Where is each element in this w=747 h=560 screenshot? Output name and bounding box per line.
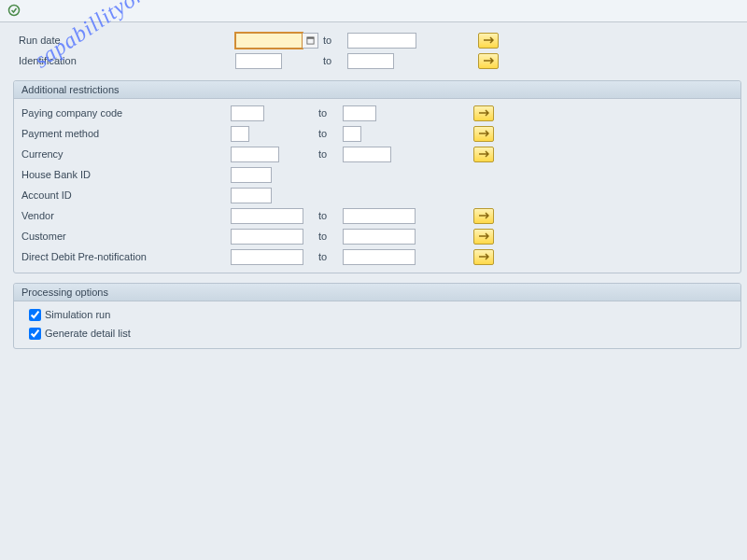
customer-to-input[interactable]: [343, 229, 416, 245]
to-label: to: [315, 128, 343, 139]
identification-label: Identification: [19, 55, 235, 66]
direct-debit-from-input[interactable]: [231, 249, 303, 265]
paying-company-to-input[interactable]: [343, 105, 376, 121]
to-label: to: [319, 35, 347, 46]
currency-label: Currency: [21, 148, 231, 160]
generate-detail-list-label: Generate detail list: [45, 328, 131, 339]
direct-debit-label: Direct Debit Pre-notification: [21, 251, 231, 262]
run-date-label: Run date: [19, 35, 235, 46]
payment-method-to-input[interactable]: [343, 126, 361, 142]
additional-restrictions-group: Additional restrictions Paying company c…: [13, 80, 741, 273]
svg-point-0: [9, 6, 20, 16]
payment-method-label: Payment method: [21, 128, 231, 139]
multiple-selection-button[interactable]: [473, 126, 494, 142]
multiple-selection-button[interactable]: [473, 147, 494, 162]
simulation-run-label: Simulation run: [45, 309, 110, 320]
multiple-selection-button[interactable]: [473, 105, 494, 121]
customer-from-input[interactable]: [231, 229, 303, 245]
currency-to-input[interactable]: [343, 147, 391, 162]
multiple-selection-button[interactable]: [478, 33, 499, 49]
account-id-input[interactable]: [231, 188, 272, 203]
currency-from-input[interactable]: [231, 147, 279, 162]
to-label: to: [315, 107, 343, 119]
customer-label: Customer: [21, 231, 231, 242]
to-label: to: [315, 210, 343, 221]
multiple-selection-button[interactable]: [473, 249, 494, 265]
run-date-to-input[interactable]: [347, 33, 416, 49]
multiple-selection-button[interactable]: [473, 229, 494, 245]
selection-screen: Run date to Identification to: [0, 22, 747, 71]
group-title: Processing options: [14, 284, 740, 301]
execute-icon[interactable]: [7, 4, 21, 17]
house-bank-id-label: House Bank ID: [21, 169, 231, 180]
payment-method-from-input[interactable]: [231, 126, 249, 142]
to-label: to: [319, 55, 347, 66]
svg-rect-2: [306, 36, 313, 38]
multiple-selection-button[interactable]: [473, 208, 494, 224]
vendor-from-input[interactable]: [231, 208, 303, 224]
direct-debit-to-input[interactable]: [343, 249, 416, 265]
run-date-from-input[interactable]: [235, 33, 303, 49]
to-label: to: [315, 231, 343, 242]
application-toolbar: [0, 0, 747, 22]
vendor-to-input[interactable]: [343, 208, 416, 224]
vendor-label: Vendor: [21, 210, 231, 221]
generate-detail-list-checkbox[interactable]: [29, 328, 41, 340]
multiple-selection-button[interactable]: [478, 53, 499, 69]
paying-company-code-label: Paying company code: [21, 107, 231, 119]
account-id-label: Account ID: [21, 189, 231, 201]
to-label: to: [315, 251, 343, 262]
processing-options-group: Processing options Simulation run Genera…: [13, 283, 741, 349]
identification-to-input[interactable]: [347, 53, 394, 69]
f4-help-button[interactable]: [303, 33, 318, 49]
paying-company-from-input[interactable]: [231, 105, 264, 121]
simulation-run-checkbox[interactable]: [29, 309, 41, 321]
house-bank-id-input[interactable]: [231, 167, 272, 183]
identification-from-input[interactable]: [235, 53, 282, 69]
group-title: Additional restrictions: [14, 81, 740, 99]
to-label: to: [315, 148, 343, 160]
